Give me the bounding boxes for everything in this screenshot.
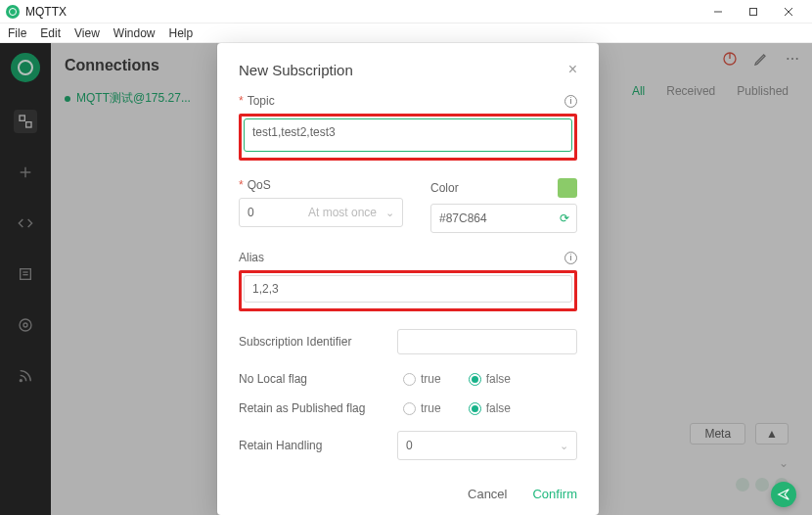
retain-as-published-label: Retain as Published flag [239,401,376,415]
color-input[interactable] [430,204,577,233]
menu-file[interactable]: File [8,26,26,40]
topic-input[interactable] [244,118,572,152]
subscription-identifier-input[interactable] [397,329,577,354]
window-maximize-button[interactable] [736,0,771,23]
alias-input[interactable] [244,275,572,303]
chevron-down-icon: ⌄ [385,207,394,219]
retain-pub-true-radio[interactable]: true [403,401,441,415]
app-logo-icon [6,5,20,19]
confirm-button[interactable]: Confirm [532,487,577,501]
no-local-false-radio[interactable]: false [469,372,511,386]
color-swatch[interactable] [558,178,577,198]
no-local-true-radio[interactable]: true [403,372,441,386]
retain-pub-false-radio[interactable]: false [469,401,511,415]
retain-handling-value: 0 [406,439,413,452]
qos-label: QoS [248,178,271,192]
color-label: Color [430,181,459,195]
refresh-icon[interactable]: ⟳ [560,211,569,225]
menu-help[interactable]: Help [169,26,194,40]
window-title: MQTTX [25,5,67,19]
window-minimize-button[interactable] [700,0,736,23]
dialog-title: New Subscription [239,62,353,78]
menu-window[interactable]: Window [113,26,156,40]
close-icon[interactable]: × [568,61,577,78]
menu-edit[interactable]: Edit [40,26,61,40]
info-icon[interactable]: i [564,95,577,108]
retain-handling-select[interactable]: 0 ⌄ [397,431,577,460]
qos-hint: At most once [308,206,377,219]
no-local-label: No Local flag [239,372,376,386]
alias-label: Alias [239,251,264,264]
qos-select[interactable]: 0 At most once ⌄ [239,198,403,227]
menu-bar: File Edit View Window Help [0,23,812,43]
window-titlebar: MQTTX [0,0,812,23]
window-close-button[interactable] [771,0,806,23]
cancel-button[interactable]: Cancel [468,487,507,501]
qos-value: 0 [248,206,254,219]
chevron-down-icon: ⌄ [560,440,568,452]
svg-rect-1 [750,8,757,15]
retain-handling-label: Retain Handling [239,439,376,452]
subscription-identifier-label: Subscription Identifier [239,335,376,349]
new-subscription-dialog: New Subscription × *Topici *QoS 0 At mos… [217,43,599,515]
info-icon[interactable]: i [564,252,577,264]
menu-view[interactable]: View [74,26,100,40]
topic-label: Topic [248,94,275,108]
send-fab-button[interactable] [771,482,796,507]
